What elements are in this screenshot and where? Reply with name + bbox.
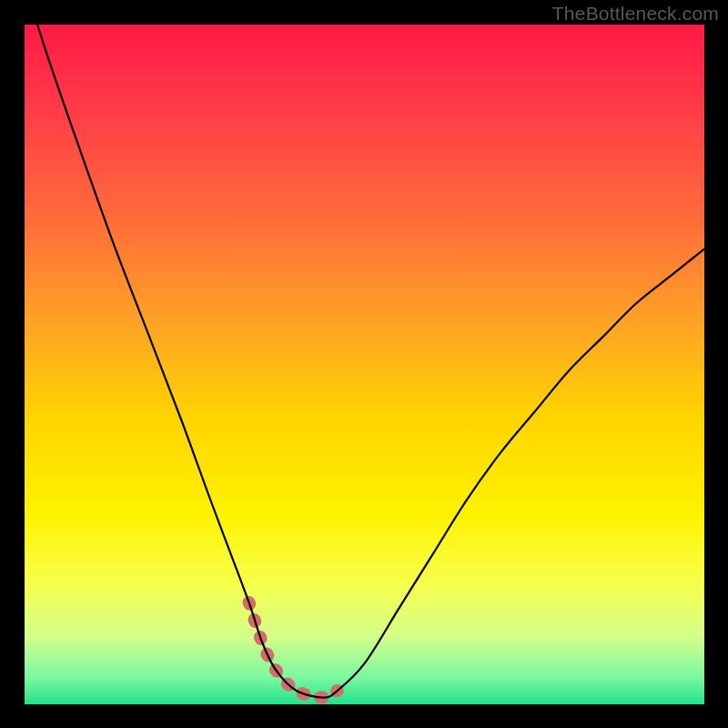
plot-area xyxy=(25,25,704,704)
highlight-band xyxy=(249,602,338,698)
bottleneck-curve xyxy=(25,25,704,698)
curve-layer xyxy=(25,25,704,704)
watermark-text: TheBottleneck.com xyxy=(552,3,719,25)
chart-frame: TheBottleneck.com xyxy=(0,0,728,728)
